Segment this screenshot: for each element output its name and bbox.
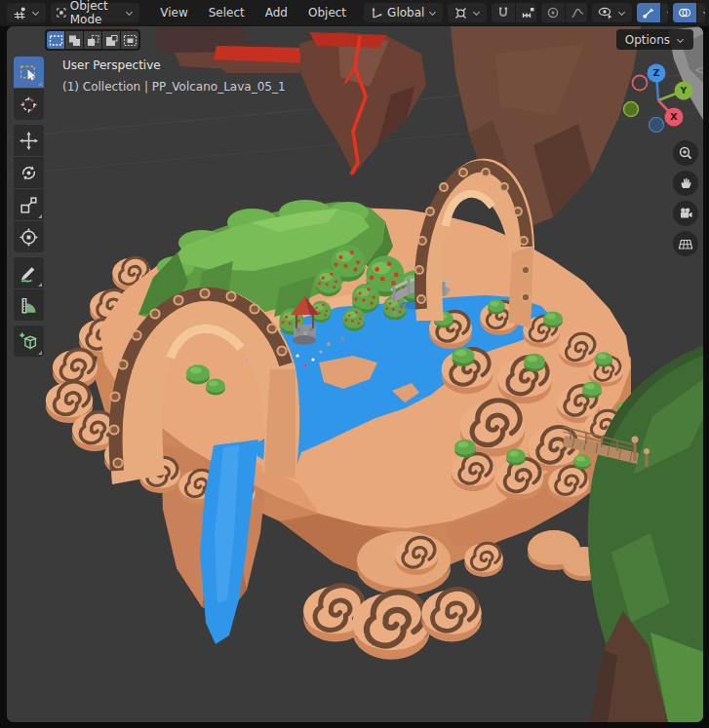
gizmos-dropdown[interactable] (661, 3, 669, 22)
tool-shelf (14, 57, 44, 362)
select-mode-invert-button[interactable] (102, 31, 120, 49)
mode-label: Object Mode (70, 0, 122, 26)
viewport-info-text: User Perspective (1) Collection | PP_Vol… (62, 55, 286, 97)
chevron-down-icon (31, 9, 40, 17)
transform-icon (19, 227, 39, 248)
tool-select-box[interactable] (14, 57, 44, 88)
gizmo-arrow-icon (642, 6, 655, 19)
axis-neg-x-ball[interactable] (633, 76, 648, 91)
chevron-down-icon (472, 9, 481, 17)
tool-scale[interactable] (14, 189, 44, 220)
falloff-dropdown[interactable] (566, 3, 586, 22)
menu-view[interactable]: View (152, 3, 195, 22)
viewport-scene (7, 26, 703, 722)
navigation-axis-gizmo[interactable]: Z Y X (617, 59, 701, 143)
falloff-curve-icon (571, 6, 585, 19)
move-icon (19, 131, 39, 151)
options-label: Options (625, 33, 670, 47)
chevron-down-icon (617, 9, 626, 17)
proportional-editing-icon (546, 6, 560, 19)
orientation-dropdown[interactable]: Global (364, 3, 443, 22)
tool-rotate[interactable] (14, 157, 44, 188)
menu-add[interactable]: Add (257, 3, 295, 22)
cursor-icon (19, 95, 39, 115)
tool-settings-row: Options (7, 28, 703, 53)
options-dropdown[interactable]: Options (616, 29, 693, 50)
chevron-down-icon (676, 36, 685, 44)
show-overlays-button[interactable] (673, 3, 696, 22)
axis-neg-y-ball[interactable] (624, 102, 639, 117)
pan-button[interactable] (673, 171, 698, 196)
show-gizmos-button[interactable] (637, 3, 660, 22)
axis-y-ball[interactable]: Y (675, 82, 693, 100)
gizmo-group (637, 3, 669, 22)
axis-x-ball[interactable]: X (665, 108, 684, 127)
select-mode-extend-button[interactable] (65, 31, 83, 49)
tool-move[interactable] (14, 125, 44, 156)
select-invert-icon (104, 33, 119, 48)
snap-increment-icon (521, 6, 535, 19)
zoom-button[interactable] (673, 140, 698, 166)
tool-cursor[interactable] (14, 89, 44, 120)
perspective-label: User Perspective (62, 55, 286, 76)
snap-toggle-button[interactable] (492, 3, 515, 22)
tool-measure[interactable] (14, 289, 44, 321)
magnet-icon (496, 6, 510, 19)
proportional-toggle-button[interactable] (541, 3, 565, 22)
overlays-dropdown[interactable] (697, 3, 705, 22)
tool-annotate[interactable] (14, 257, 44, 288)
select-mode-set-button[interactable] (47, 31, 64, 49)
viewport-nav-buttons (673, 140, 698, 256)
axes-icon (370, 6, 383, 19)
select-mode-intersect-button[interactable] (121, 31, 138, 49)
eye-visibility-icon (598, 6, 613, 20)
select-mode-group (45, 29, 140, 51)
editor-type-3d-viewport-icon (13, 6, 27, 20)
scale-icon (19, 195, 39, 215)
svg-text:Z: Z (653, 67, 660, 78)
viewport-header: Object Mode View Select Add Object Globa… (0, 0, 709, 26)
measure-icon (19, 295, 39, 316)
object-types-dropdown[interactable] (592, 3, 632, 22)
editor-type-button[interactable] (7, 3, 46, 22)
3d-viewport[interactable]: Options (7, 26, 703, 722)
chevron-down-icon (702, 9, 705, 17)
tool-add-cube[interactable] (14, 326, 44, 357)
add-cube-icon (19, 331, 39, 352)
chevron-down-icon (666, 9, 669, 17)
ortho-toggle-button[interactable] (673, 231, 698, 256)
chevron-down-icon (125, 9, 134, 17)
select-mode-subtract-button[interactable] (84, 31, 101, 49)
select-box-icon (19, 62, 39, 83)
pivot-point-dropdown[interactable] (448, 3, 487, 22)
proportional-group (541, 3, 586, 22)
camera-view-button[interactable] (673, 201, 698, 226)
select-intersect-icon (123, 33, 138, 48)
snap-group (492, 3, 536, 22)
rotate-icon (19, 163, 39, 183)
chevron-down-icon (428, 9, 437, 17)
overlays-group (673, 3, 705, 22)
camera-icon (678, 206, 693, 221)
select-extend-icon (67, 33, 82, 48)
menu-select[interactable]: Select (201, 3, 253, 22)
tool-transform[interactable] (14, 221, 44, 252)
svg-text:X: X (670, 111, 678, 122)
axis-neg-z-ball[interactable] (650, 118, 664, 133)
select-subtract-icon (86, 33, 100, 48)
menu-object[interactable]: Object (300, 3, 354, 22)
select-set-icon (49, 33, 63, 48)
pivot-point-icon (453, 6, 468, 20)
hand-icon (678, 175, 693, 191)
axis-z-ball[interactable]: Z (648, 64, 666, 83)
perspective-grid-icon (678, 236, 693, 251)
collection-label: (1) Collection | PP_Volcano_Lava_05_1 (62, 76, 286, 97)
annotate-icon (19, 263, 39, 284)
mode-dropdown[interactable]: Object Mode (51, 3, 139, 22)
magnifier-plus-icon (678, 145, 693, 161)
sidebar-collapse-arrow[interactable]: < (694, 63, 703, 77)
object-mode-icon (57, 6, 66, 19)
svg-text:Y: Y (680, 85, 688, 96)
snap-target-dropdown[interactable] (516, 3, 536, 22)
overlays-circles-icon (678, 6, 691, 19)
